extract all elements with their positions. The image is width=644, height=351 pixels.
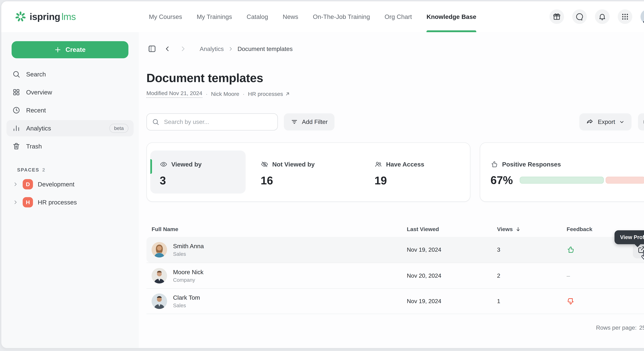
views-cell: 2 bbox=[497, 272, 566, 279]
eye-icon bbox=[160, 160, 168, 168]
author-name: Nick Moore bbox=[211, 91, 239, 97]
nav-org-chart[interactable]: Org Chart bbox=[384, 1, 412, 32]
rows-per-page-label: Rows per page: bbox=[596, 324, 636, 331]
sort-descending-icon bbox=[515, 226, 521, 232]
envelope-icon bbox=[643, 118, 644, 126]
stat-not-viewed-by[interactable]: Not Viewed by 16 bbox=[261, 151, 374, 201]
positive-responses-card: Positive Responses 67% bbox=[480, 142, 644, 202]
arrow-up-right-icon bbox=[285, 92, 290, 96]
modified-date[interactable]: Modified Nov 21, 2024 bbox=[146, 90, 202, 98]
export-button[interactable]: Export bbox=[579, 113, 632, 130]
last-viewed-cell: Nov 20, 2024 bbox=[407, 272, 497, 279]
space-initial-badge: D bbox=[23, 179, 33, 189]
sidebar-item-trash[interactable]: Trash bbox=[6, 138, 134, 154]
sidebar-item-label: Overview bbox=[26, 89, 52, 96]
rows-per-page-value: 25 bbox=[639, 324, 644, 331]
user-name[interactable]: Smith Anna bbox=[173, 243, 204, 250]
nav-news[interactable]: News bbox=[283, 1, 298, 32]
column-last-viewed[interactable]: Last Viewed bbox=[407, 226, 497, 232]
table-row-moore-nick[interactable]: Moore Nick Company Nov 20, 2024 2 – bbox=[146, 263, 644, 288]
user-name[interactable]: Clark Tom bbox=[173, 294, 200, 301]
email-report-button[interactable] bbox=[638, 113, 644, 130]
main-content: Analytics Document templates Document te… bbox=[139, 32, 644, 348]
apps-grid-icon[interactable] bbox=[618, 9, 632, 24]
meta-separator: · bbox=[206, 91, 208, 97]
beta-badge: beta bbox=[109, 124, 128, 133]
positive-bar-segment bbox=[520, 177, 604, 183]
page-title: Document templates bbox=[146, 70, 644, 86]
sidebar-item-analytics[interactable]: Analytics beta bbox=[6, 120, 134, 136]
notifications-bell-icon[interactable] bbox=[595, 9, 610, 24]
stat-label: Have Access bbox=[386, 161, 424, 168]
feedback-negative-icon bbox=[566, 297, 631, 305]
column-full-name[interactable]: Full Name bbox=[152, 226, 407, 232]
sidebar-item-label: Recent bbox=[26, 107, 46, 114]
add-filter-button[interactable]: Add Filter bbox=[284, 113, 334, 130]
table-row-smith-anna[interactable]: Smith Anna Sales Nov 19, 2024 3 View Pro… bbox=[146, 237, 644, 263]
clock-icon bbox=[12, 106, 20, 114]
ispring-logo[interactable]: ispringlms bbox=[15, 11, 76, 22]
stat-viewed-by[interactable]: Viewed by 3 bbox=[150, 151, 246, 194]
nav-on-the-job-training[interactable]: On-The-Job Training bbox=[313, 1, 370, 32]
breadcrumb-current: Document templates bbox=[238, 45, 293, 52]
stat-have-access[interactable]: Have Access 19 bbox=[374, 151, 424, 201]
negative-bar-segment bbox=[606, 177, 644, 183]
nav-my-courses[interactable]: My Courses bbox=[149, 1, 182, 32]
chevron-down-icon bbox=[619, 119, 624, 125]
sidebar-space-development[interactable]: D Development bbox=[1, 175, 139, 193]
breadcrumb-analytics[interactable]: Analytics bbox=[200, 45, 224, 52]
history-back-icon[interactable] bbox=[162, 43, 173, 54]
users-icon bbox=[374, 160, 382, 168]
views-cell: 3 bbox=[497, 246, 566, 253]
space-link-label: HR processes bbox=[248, 91, 283, 97]
export-label: Export bbox=[598, 118, 615, 125]
sidebar-item-overview[interactable]: Overview bbox=[6, 84, 134, 100]
spaces-title: SPACES bbox=[17, 167, 39, 173]
feedback-none-dash: – bbox=[566, 272, 631, 279]
search-by-user-box[interactable] bbox=[146, 113, 278, 130]
chevron-right-icon[interactable] bbox=[13, 200, 18, 205]
nav-knowledge-base[interactable]: Knowledge Base bbox=[426, 1, 476, 32]
overview-grid-icon bbox=[12, 88, 20, 96]
stat-label: Positive Responses bbox=[502, 161, 561, 168]
sidebar-space-hr-processes[interactable]: H HR processes bbox=[1, 193, 139, 211]
gift-icon[interactable] bbox=[550, 9, 564, 24]
page-meta: Modified Nov 21, 2024 · Nick Moore · HR … bbox=[146, 90, 644, 98]
positive-percent: 67% bbox=[490, 174, 513, 187]
sidebar: Create Search Overview bbox=[1, 32, 139, 348]
sidebar-item-search[interactable]: Search bbox=[6, 66, 134, 82]
top-navigation: My Courses My Trainings Catalog News On-… bbox=[149, 1, 476, 32]
sidebar-toggle-icon[interactable] bbox=[146, 43, 158, 54]
sidebar-item-recent[interactable]: Recent bbox=[6, 102, 134, 118]
add-filter-label: Add Filter bbox=[302, 118, 328, 125]
feedback-positive-icon bbox=[566, 246, 631, 254]
space-link[interactable]: HR processes bbox=[248, 91, 290, 97]
sidebar-item-label: Trash bbox=[26, 143, 42, 150]
nav-catalog[interactable]: Catalog bbox=[247, 1, 268, 32]
avatar bbox=[152, 294, 167, 309]
sidebar-menu: Search Overview Recent bbox=[1, 66, 139, 154]
chevron-right-icon[interactable] bbox=[13, 182, 18, 187]
breadcrumb: Analytics Document templates bbox=[146, 42, 644, 55]
user-avatar[interactable] bbox=[640, 9, 644, 24]
rows-per-page-select[interactable]: Rows per page: 25 bbox=[146, 324, 644, 331]
column-views-sorted[interactable]: Views bbox=[497, 226, 566, 232]
view-profile-tooltip: View Profile bbox=[614, 230, 644, 244]
stat-value: 3 bbox=[160, 174, 237, 187]
space-label: HR processes bbox=[38, 199, 77, 206]
chat-icon[interactable] bbox=[572, 9, 587, 24]
content-shell: Create Search Overview bbox=[1, 32, 644, 348]
user-name[interactable]: Moore Nick bbox=[173, 269, 204, 276]
search-icon bbox=[152, 118, 159, 126]
last-viewed-cell: Nov 19, 2024 bbox=[407, 298, 497, 305]
search-input[interactable] bbox=[163, 118, 272, 126]
top-bar: ispringlms My Courses My Trainings Catal… bbox=[1, 1, 644, 32]
nav-my-trainings[interactable]: My Trainings bbox=[197, 1, 232, 32]
share-arrow-icon bbox=[586, 118, 594, 126]
spaces-count: 2 bbox=[42, 167, 46, 173]
table-row-clark-tom[interactable]: Clark Tom Sales Nov 19, 2024 1 bbox=[146, 288, 644, 314]
meta-separator: · bbox=[243, 91, 244, 97]
history-forward-icon[interactable] bbox=[177, 43, 188, 54]
viewers-table: Full Name Last Viewed Views Feedback bbox=[146, 221, 644, 314]
create-button[interactable]: Create bbox=[12, 41, 128, 58]
